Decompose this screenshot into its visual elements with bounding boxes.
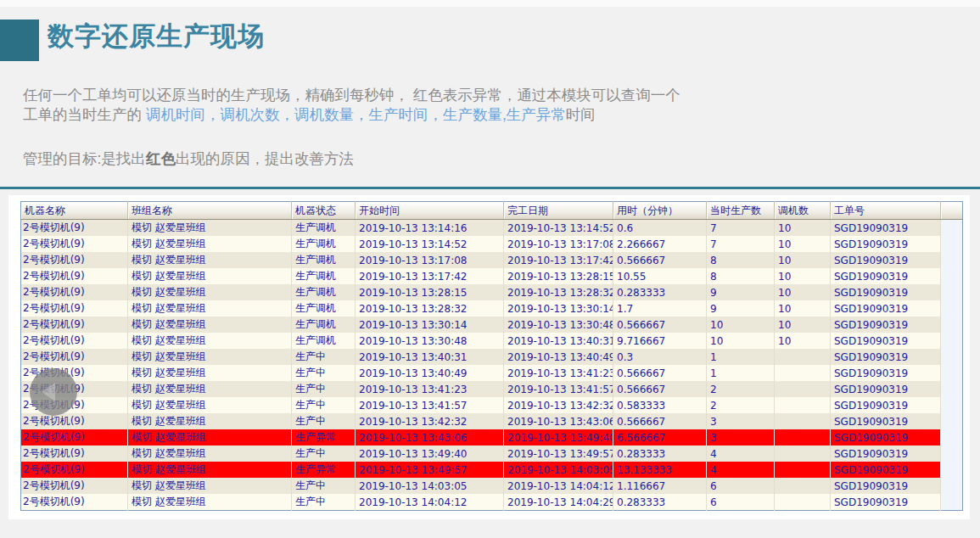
cell-minutes: 1.7: [613, 300, 707, 317]
table-row[interactable]: 2号模切机(9)模切 赵爱星班组生产中2019-10-13 13:49:4020…: [21, 446, 963, 462]
cell-status: 生产中: [292, 446, 356, 462]
cell-start: 2019-10-13 13:17:08: [356, 252, 504, 268]
column-header-end[interactable]: 完工日期: [504, 202, 613, 220]
table-row[interactable]: 2号模切机(9)模切 赵爱星班组生产调机2019-10-13 13:28:322…: [21, 300, 963, 317]
cell-machine: 2号模切机(9): [21, 317, 128, 333]
intro-line-2: 工单的当时生产的 调机时间，调机次数，调机数量，生产时间，生产数量,生产异常时间: [23, 106, 596, 123]
section-divider: [0, 187, 980, 189]
table-row[interactable]: 2号模切机(9)模切 赵爱星班组生产调机2019-10-13 13:30:142…: [21, 317, 963, 333]
cell-minutes: 6.566667: [613, 429, 707, 446]
cell-blank: [941, 220, 963, 237]
table-row[interactable]: 2号模切机(9)模切 赵爱星班组生产调机2019-10-13 13:30:482…: [21, 333, 963, 349]
title-accent-square: [0, 20, 39, 61]
cell-order: SGD19090319: [831, 268, 941, 284]
cell-start: 2019-10-13 13:49:57: [356, 462, 504, 478]
text-segment-gray: 任何一个工单均可以还原当时的生产现场，精确到每秒钟， 红色表示异常，通过本模块可…: [23, 87, 680, 104]
cell-order: SGD19090319: [831, 478, 941, 494]
table-row[interactable]: 2号模切机(9)模切 赵爱星班组生产中2019-10-13 13:40:3120…: [21, 349, 963, 365]
table-row[interactable]: 2号模切机(9)模切 赵爱星班组生产中2019-10-13 13:40:4920…: [21, 365, 963, 381]
cell-machine: 2号模切机(9): [21, 413, 128, 429]
column-header-blank: [941, 202, 963, 220]
column-header-order[interactable]: 工单号: [831, 202, 941, 220]
cell-adjust: [775, 446, 831, 462]
table-row[interactable]: 2号模切机(9)模切 赵爱星班组生产中2019-10-13 13:41:2320…: [21, 381, 963, 397]
cell-end: 2019-10-13 13:49:40: [504, 429, 613, 446]
cell-produced: 1: [707, 365, 775, 381]
cell-adjust: 10: [775, 333, 831, 349]
table-row[interactable]: 2号模切机(9)模切 赵爱星班组生产调机2019-10-13 13:17:082…: [21, 252, 963, 268]
cell-minutes: 0.6: [613, 220, 707, 237]
cell-team: 模切 赵爱星班组: [128, 381, 292, 397]
cell-produced: 4: [707, 446, 775, 462]
text-segment-gray: 出现的原因，提出改善方法: [176, 150, 354, 167]
cell-status: 生产异常: [292, 429, 356, 446]
column-header-adjust[interactable]: 调机数: [775, 202, 831, 220]
cell-status: 生产中: [292, 397, 356, 413]
cell-adjust: [775, 462, 831, 478]
cell-order: SGD19090319: [831, 446, 941, 462]
click-indicator-icon: [30, 368, 77, 416]
cell-end: 2019-10-13 13:42:32: [504, 397, 613, 413]
cell-minutes: 2.266667: [613, 236, 707, 252]
cell-blank: [941, 333, 963, 349]
cell-produced: 9: [707, 284, 775, 300]
table-row[interactable]: 2号模切机(9)模切 赵爱星班组生产中2019-10-13 13:41:5720…: [21, 397, 963, 413]
cell-team: 模切 赵爱星班组: [128, 365, 292, 381]
column-header-status[interactable]: 机器状态: [292, 202, 356, 220]
column-header-team[interactable]: 班组名称: [128, 202, 292, 220]
cell-team: 模切 赵爱星班组: [128, 413, 292, 429]
table-row[interactable]: 2号模切机(9)模切 赵爱星班组生产调机2019-10-13 13:17:422…: [21, 268, 963, 284]
page-title: 数字还原生产现场: [48, 19, 265, 54]
table-row-alert[interactable]: 2号模切机(9)模切 赵爱星班组生产异常2019-10-13 13:49:572…: [21, 462, 963, 478]
table-row[interactable]: 2号模切机(9)模切 赵爱星班组生产调机2019-10-13 13:14:162…: [21, 220, 963, 237]
cell-order: SGD19090319: [831, 365, 941, 381]
cell-blank: [941, 317, 963, 333]
cell-adjust: 10: [775, 268, 831, 284]
cell-adjust: 10: [775, 317, 831, 333]
cell-machine: 2号模切机(9): [21, 220, 128, 237]
table-row[interactable]: 2号模切机(9)模切 赵爱星班组生产中2019-10-13 13:42:3220…: [21, 413, 963, 429]
top-strip: [0, 0, 980, 7]
cell-start: 2019-10-13 13:14:52: [356, 236, 504, 252]
column-header-start[interactable]: 开始时间: [356, 202, 504, 220]
cell-end: 2019-10-13 14:04:29: [504, 494, 613, 511]
cell-minutes: 0.566667: [613, 252, 707, 268]
cell-end: 2019-10-13 13:28:15: [504, 268, 613, 284]
cell-adjust: [775, 413, 831, 429]
cell-minutes: 0.566667: [613, 317, 707, 333]
cell-end: 2019-10-13 13:40:31: [504, 333, 613, 349]
cell-adjust: [775, 494, 831, 511]
cell-order: SGD19090319: [831, 429, 941, 446]
cell-machine: 2号模切机(9): [21, 284, 128, 300]
table-row-alert[interactable]: 2号模切机(9)模切 赵爱星班组生产异常2019-10-13 13:43:062…: [21, 429, 963, 446]
table-row[interactable]: 2号模切机(9)模切 赵爱星班组生产调机2019-10-13 13:14:522…: [21, 236, 963, 252]
column-header-produced[interactable]: 当时生产数: [707, 202, 775, 220]
column-header-machine[interactable]: 机器名称: [21, 202, 128, 220]
cell-minutes: 0.283333: [613, 284, 707, 300]
cell-blank: [941, 349, 963, 365]
cell-produced: 2: [707, 381, 775, 397]
cell-status: 生产调机: [292, 268, 356, 284]
cell-order: SGD19090319: [831, 220, 941, 237]
cell-produced: 6: [707, 478, 775, 494]
cell-machine: 2号模切机(9): [21, 429, 128, 446]
cell-team: 模切 赵爱星班组: [128, 220, 292, 237]
cell-order: SGD19090319: [831, 413, 941, 429]
table-row[interactable]: 2号模切机(9)模切 赵爱星班组生产中2019-10-13 14:04:1220…: [21, 494, 963, 511]
cell-produced: 3: [707, 429, 775, 446]
cell-team: 模切 赵爱星班组: [128, 349, 292, 365]
cell-blank: [941, 446, 963, 462]
cell-team: 模切 赵爱星班组: [128, 397, 292, 413]
cell-start: 2019-10-13 14:04:12: [356, 494, 504, 511]
cell-machine: 2号模切机(9): [21, 494, 128, 511]
cell-team: 模切 赵爱星班组: [128, 300, 292, 317]
cell-minutes: 13.133333: [613, 462, 707, 478]
cell-adjust: [775, 397, 831, 413]
cell-produced: 8: [707, 252, 775, 268]
table-row[interactable]: 2号模切机(9)模切 赵爱星班组生产中2019-10-13 14:03:0520…: [21, 478, 963, 494]
cell-adjust: 10: [775, 284, 831, 300]
cell-blank: [941, 236, 963, 252]
column-header-minutes[interactable]: 用时（分钟）: [613, 202, 707, 220]
table-row[interactable]: 2号模切机(9)模切 赵爱星班组生产调机2019-10-13 13:28:152…: [21, 284, 963, 300]
cell-blank: [941, 462, 963, 478]
